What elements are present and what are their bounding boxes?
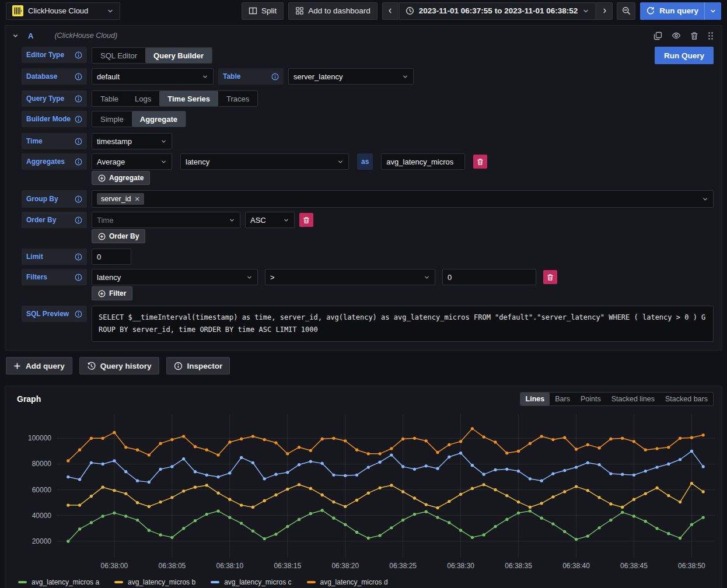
editor-run-query-button[interactable]: Run Query xyxy=(655,47,714,64)
chevron-right-icon xyxy=(602,8,608,14)
query-header: A (ClickHouse Cloud) xyxy=(5,26,722,46)
run-query-button[interactable]: Run query xyxy=(640,2,721,20)
info-icon[interactable] xyxy=(75,95,82,103)
add-filter-button[interactable]: Filter xyxy=(92,286,132,300)
aggregate-alias-input[interactable] xyxy=(381,153,465,170)
inspector-button[interactable]: Inspector xyxy=(166,357,230,374)
add-query-button[interactable]: Add query xyxy=(6,357,72,374)
order-by-direction-select[interactable]: ASC xyxy=(245,212,295,228)
query-type-option-traces[interactable]: Traces xyxy=(218,91,257,106)
datasource-picker[interactable]: ClickHouse Cloud xyxy=(6,2,120,20)
time-back-button[interactable] xyxy=(382,2,399,20)
order-by-label: Order By xyxy=(22,212,87,228)
filter-value-input[interactable] xyxy=(442,269,536,285)
graph-mode-lines[interactable]: Lines xyxy=(520,393,550,405)
info-icon[interactable] xyxy=(75,310,82,318)
limit-input[interactable] xyxy=(92,249,131,265)
order-by-field-select[interactable]: Time xyxy=(92,212,240,228)
info-icon[interactable] xyxy=(75,116,82,123)
clock-icon xyxy=(406,6,414,15)
trash-icon xyxy=(303,216,310,224)
svg-text:06:38:25: 06:38:25 xyxy=(389,562,417,570)
remove-order-by-button[interactable] xyxy=(299,213,313,227)
add-to-dashboard-button[interactable]: Add to dashboard xyxy=(288,2,378,20)
chevron-down-icon xyxy=(229,217,235,223)
info-icon[interactable] xyxy=(75,73,82,80)
aggregates-label: Aggregates xyxy=(22,153,87,170)
filter-field-select[interactable]: latency xyxy=(92,269,258,285)
time-forward-button[interactable] xyxy=(596,2,613,20)
info-icon[interactable] xyxy=(75,138,82,145)
add-order-by-button[interactable]: Order By xyxy=(92,229,145,243)
chevron-left-icon xyxy=(387,8,393,14)
chevron-down-icon xyxy=(424,274,430,281)
split-icon xyxy=(249,6,257,15)
table-label: Table xyxy=(218,68,284,85)
eye-icon[interactable] xyxy=(672,31,681,40)
info-icon[interactable] xyxy=(75,195,82,203)
svg-text:40000: 40000 xyxy=(32,512,52,520)
tag-remove-icon[interactable]: ✕ xyxy=(134,195,139,203)
info-icon[interactable] xyxy=(271,73,279,80)
database-label: Database xyxy=(22,68,87,85)
sql-preview-label: SQL Preview xyxy=(22,306,87,322)
filter-operator-select[interactable]: > xyxy=(265,269,435,285)
query-type-option-logs[interactable]: Logs xyxy=(127,91,159,106)
graph-mode-tabs: Lines Bars Points Stacked lines Stacked … xyxy=(520,392,714,406)
as-badge: as xyxy=(357,153,373,170)
add-aggregate-button[interactable]: Aggregate xyxy=(92,171,150,185)
split-button[interactable]: Split xyxy=(242,2,284,20)
info-icon[interactable] xyxy=(75,253,82,261)
query-type-option-table[interactable]: Table xyxy=(92,91,127,106)
collapse-chevron-icon[interactable] xyxy=(12,33,19,39)
top-bar: ClickHouse Cloud Split Add to dashboard … xyxy=(5,0,722,22)
query-type-toggle: Table Logs Time Series Traces xyxy=(92,90,258,107)
svg-text:06:38:40: 06:38:40 xyxy=(562,562,590,570)
info-icon[interactable] xyxy=(75,158,82,166)
svg-text:60000: 60000 xyxy=(32,486,52,494)
chevron-down-icon xyxy=(582,8,589,15)
editor-type-option-query-builder[interactable]: Query Builder xyxy=(145,48,212,63)
chevron-down-icon xyxy=(246,274,253,281)
svg-text:06:38:15: 06:38:15 xyxy=(274,562,301,570)
aggregate-function-select[interactable]: Average xyxy=(92,153,172,170)
query-ref-id[interactable]: A xyxy=(28,32,33,40)
time-column-select[interactable]: timestamp xyxy=(92,133,172,149)
info-icon[interactable] xyxy=(75,51,82,59)
group-by-select[interactable]: server_id ✕ xyxy=(92,190,714,208)
apps-grid-icon xyxy=(295,6,304,15)
legend-item[interactable]: avg_latency_micros c xyxy=(211,578,291,586)
query-history-button[interactable]: Query history xyxy=(79,357,159,374)
graph-mode-stacked-bars[interactable]: Stacked bars xyxy=(660,393,713,405)
builder-mode-option-simple[interactable]: Simple xyxy=(92,111,132,127)
chevron-down-icon[interactable] xyxy=(704,2,721,20)
time-series-chart[interactable]: 2000040000600008000010000006:38:0006:38:… xyxy=(12,410,721,576)
time-range-picker[interactable]: 2023-11-01 06:37:55 to 2023-11-01 06:38:… xyxy=(399,2,596,20)
svg-text:80000: 80000 xyxy=(32,460,52,468)
aggregate-column-select[interactable]: latency xyxy=(180,153,349,170)
query-type-option-time-series[interactable]: Time Series xyxy=(159,91,218,106)
info-icon[interactable] xyxy=(75,216,82,224)
svg-text:06:38:50: 06:38:50 xyxy=(678,562,705,570)
trash-icon[interactable] xyxy=(690,32,698,40)
legend-item[interactable]: avg_latency_micros d xyxy=(307,578,388,586)
remove-filter-button[interactable] xyxy=(543,270,557,284)
query-body: Editor Type SQL Editor Query Builder Run… xyxy=(5,46,722,350)
group-by-tag[interactable]: server_id ✕ xyxy=(97,193,144,205)
info-icon[interactable] xyxy=(75,274,82,281)
zoom-out-button[interactable] xyxy=(617,2,635,20)
editor-type-option-sql-editor[interactable]: SQL Editor xyxy=(92,48,145,63)
remove-aggregate-button[interactable] xyxy=(473,155,487,169)
graph-mode-stacked-lines[interactable]: Stacked lines xyxy=(606,393,660,405)
database-select[interactable]: default xyxy=(92,68,214,85)
duplicate-query-icon[interactable] xyxy=(653,32,662,40)
drag-handle-icon[interactable] xyxy=(708,32,714,40)
table-select[interactable]: server_latency xyxy=(288,68,414,85)
chevron-down-icon xyxy=(160,159,167,165)
builder-mode-option-aggregate[interactable]: Aggregate xyxy=(132,111,186,127)
graph-mode-points[interactable]: Points xyxy=(575,393,606,405)
legend-item[interactable]: avg_latency_micros a xyxy=(18,578,99,586)
graph-mode-bars[interactable]: Bars xyxy=(550,393,575,405)
legend-item[interactable]: avg_latency_micros b xyxy=(114,578,195,586)
trash-icon xyxy=(547,274,554,281)
